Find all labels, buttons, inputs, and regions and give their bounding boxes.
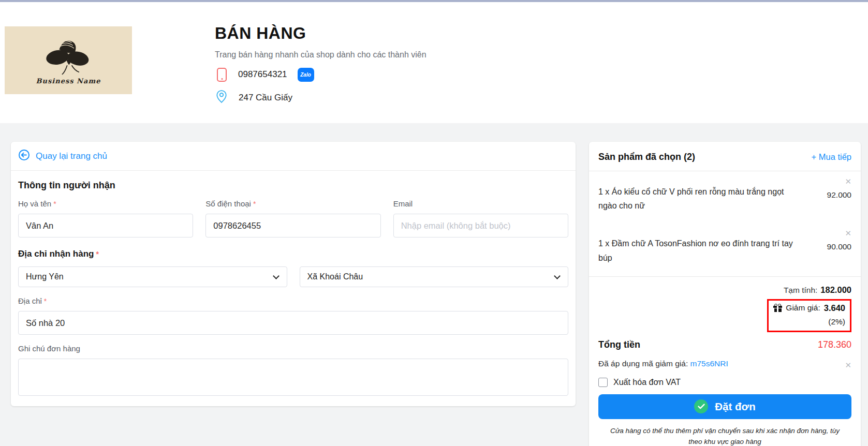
selected-products-title: Sản phẩm đã chọn (2) (598, 152, 695, 162)
province-select[interactable]: Hưng Yên (18, 266, 287, 287)
vat-checkbox[interactable] (598, 378, 608, 387)
place-order-button[interactable]: Đặt đơn (598, 394, 851, 419)
phone-row: 0987654321 Zalo (215, 67, 426, 82)
required-mark: * (253, 200, 256, 208)
back-row: Quay lại trang chủ (11, 142, 576, 171)
product-price: 92.000 (827, 190, 851, 200)
phone-field-group: Số điện thoại* (205, 199, 380, 237)
back-arrow-icon (18, 149, 30, 163)
province-selected-value: Hưng Yên (26, 272, 64, 281)
logo-text: Business Name (36, 77, 101, 85)
page-title: BÁN HÀNG (215, 24, 426, 43)
required-mark: * (96, 250, 98, 258)
recipient-section-heading: Thông tin người nhận (18, 180, 568, 191)
order-summary-header: Sản phẩm đã chọn (2) + Mua tiếp (589, 142, 861, 171)
name-field-group: Họ và tên* (18, 199, 193, 237)
remove-coupon-icon[interactable]: ✕ (845, 357, 851, 371)
shop-address: 247 Cầu Giấy (239, 93, 292, 103)
discount-value: 3.640 (824, 303, 845, 313)
vat-row: Xuất hóa đơn VAT (598, 378, 851, 387)
email-label: Email (393, 199, 568, 208)
phone-input[interactable] (205, 214, 380, 237)
product-name: 1 x Đầm chữ A TosonFashion nơ eo đính tr… (598, 225, 799, 264)
email-input[interactable] (393, 214, 568, 237)
name-label: Họ và tên* (18, 199, 193, 208)
subtotal-label: Tạm tính: (784, 286, 817, 294)
product-name: 1 x Áo kiểu cổ chữ V phối ren rỗng màu t… (598, 173, 799, 213)
remove-item-icon[interactable]: ✕ (845, 225, 851, 239)
product-price: 90.000 (827, 242, 851, 251)
cart-items-list: 1 x Áo kiểu cổ chữ V phối ren rỗng màu t… (589, 171, 861, 276)
chevron-down-icon (273, 273, 279, 279)
cart-item: 1 x Đầm chữ A TosonFashion nơ eo đính tr… (598, 225, 851, 264)
cart-item: 1 x Áo kiểu cổ chữ V phối ren rỗng màu t… (598, 173, 851, 213)
discount-highlight-box: Giảm giá: 3.640 (2%) (767, 299, 851, 332)
address-section-heading: Địa chỉ nhận hàng* (18, 249, 568, 259)
name-input[interactable] (18, 214, 193, 237)
total-label: Tổng tiền (598, 339, 640, 350)
total-row: Tổng tiền 178.360 (598, 339, 851, 350)
subtotal-value: 182.000 (820, 285, 851, 294)
shop-logo: Business Name (5, 26, 132, 94)
shop-phone: 0987654321 (238, 69, 287, 80)
back-home-label: Quay lại trang chủ (36, 151, 107, 161)
zalo-icon[interactable]: Zalo (298, 68, 314, 82)
shipping-note: Cửa hàng có thể thu thêm phí vận chuyển … (589, 419, 861, 446)
phone-icon (217, 68, 227, 82)
phone-label: Số điện thoại* (205, 199, 380, 208)
address-input[interactable] (18, 311, 568, 335)
discount-percent: (2%) (773, 317, 845, 326)
coupon-code: m75s6NRI (690, 359, 728, 368)
order-note-textarea[interactable] (18, 359, 568, 396)
ward-select[interactable]: Xã Khoái Châu (300, 266, 569, 287)
address-label: Địa chỉ* (18, 296, 568, 305)
total-value: 178.360 (818, 339, 851, 350)
applied-coupon-text: Đã áp dụng mã giảm giá: m75s6NRI (598, 359, 728, 368)
chevron-down-icon (554, 273, 561, 279)
logo-illustration (40, 36, 97, 80)
page-subtitle: Trang bán hàng nhanh của shop dành cho c… (215, 50, 426, 60)
buy-more-link[interactable]: + Mua tiếp (811, 152, 851, 162)
subtotal-row: Tạm tính:182.000 (598, 285, 851, 295)
remove-item-icon[interactable]: ✕ (845, 173, 851, 187)
required-mark: * (44, 297, 47, 305)
address-row: 247 Cầu Giấy (215, 90, 426, 106)
place-order-label: Đặt đơn (715, 400, 755, 413)
ward-selected-value: Xã Khoái Châu (307, 272, 363, 281)
order-summary-panel: Sản phẩm đã chọn (2) + Mua tiếp 1 x Áo k… (589, 142, 861, 446)
check-circle-icon (694, 399, 708, 413)
email-field-group: Email (393, 199, 568, 237)
order-note-label: Ghi chú đơn hàng (18, 344, 568, 353)
gift-icon (773, 304, 782, 312)
location-pin-icon (216, 90, 227, 106)
coupon-row: Đã áp dụng mã giảm giá: m75s6NRI ✕ (598, 357, 851, 371)
required-mark: * (53, 200, 56, 208)
checkout-form-card: Quay lại trang chủ Thông tin người nhận … (11, 142, 576, 406)
shop-header: Business Name BÁN HÀNG Trang bán hàng nh… (0, 2, 868, 123)
back-home-link[interactable]: Quay lại trang chủ (18, 149, 107, 163)
vat-label: Xuất hóa đơn VAT (613, 378, 681, 387)
discount-label: Giảm giá: (786, 303, 820, 313)
